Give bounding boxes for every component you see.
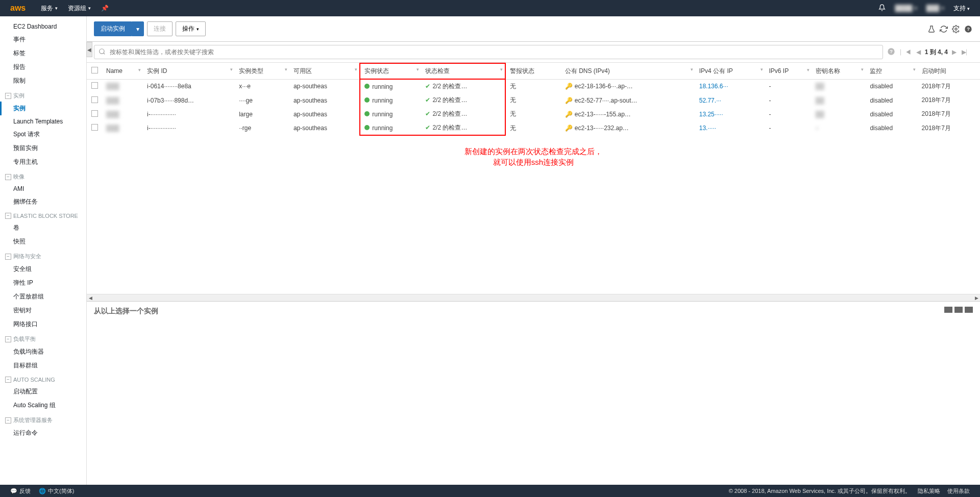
sidebar-item[interactable]: 报告 [0, 60, 86, 74]
sidebar-collapse-handle[interactable]: ◀ [86, 42, 92, 57]
sidebar-item[interactable]: 专用主机 [0, 155, 86, 169]
sidebar-item[interactable]: 网络接口 [0, 317, 86, 331]
horizontal-scrollbar[interactable]: ◀ ▶ [87, 294, 980, 301]
sidebar-group-header[interactable]: − 负载平衡 [0, 331, 86, 345]
cell-public-ip[interactable]: 52.77.··· [695, 93, 765, 107]
sidebar-item[interactable]: 事件 [0, 33, 86, 46]
table-row[interactable]: ███ i-··············· ··rge ap-southeas … [87, 121, 980, 135]
table-row[interactable]: ███ i-··············· large ap-southeas … [87, 107, 980, 121]
page-next-icon[interactable]: ▶ [951, 47, 958, 57]
collapse-icon[interactable]: − [5, 254, 11, 260]
sidebar-group-header[interactable]: − AUTO SCALING [0, 372, 86, 385]
sidebar-item[interactable]: 安全组 [0, 262, 86, 276]
collapse-icon[interactable]: − [5, 213, 11, 219]
page-last-icon[interactable]: ▶⎸ [961, 47, 973, 57]
actions-button[interactable]: 操作 ▾ [176, 21, 206, 36]
col-public-dns[interactable]: 公有 DNS (IPv4)▾ [561, 63, 695, 79]
cell-public-ip[interactable]: 13.25····· [695, 107, 765, 121]
col-launch-time[interactable]: 启动时间 [918, 63, 980, 79]
search-input[interactable] [109, 47, 878, 57]
col-ipv6[interactable]: IPv6 IP▾ [765, 63, 812, 79]
sidebar-group-header[interactable]: − 实例 [0, 88, 86, 102]
sidebar-item[interactable]: 标签 [0, 46, 86, 60]
col-monitoring[interactable]: 监控▾ [866, 63, 917, 79]
account-menu[interactable]: ████ ▾ [895, 5, 917, 12]
sidebar-item[interactable]: 限制 [0, 74, 86, 88]
collapse-icon[interactable]: − [5, 93, 11, 99]
language-button[interactable]: 🌐 中文(简体) [39, 487, 74, 495]
layout-icon-2[interactable] [954, 307, 963, 313]
col-name[interactable]: Name▾ [102, 63, 143, 79]
support-menu[interactable]: 支持 ▾ [953, 4, 970, 13]
sidebar-item[interactable]: Auto Scaling 组 [0, 399, 86, 412]
sidebar-item[interactable]: Launch Templates [0, 115, 86, 128]
sidebar-group-header[interactable]: − 网络与安全 [0, 248, 86, 262]
page-first-icon[interactable]: ⎸◀ [899, 47, 912, 57]
select-all-checkbox[interactable] [91, 67, 98, 73]
sidebar-item[interactable]: EC2 Dashboard [0, 20, 86, 33]
sidebar-item[interactable]: 负载均衡器 [0, 345, 86, 359]
gear-icon[interactable] [951, 24, 961, 34]
feedback-button[interactable]: 💬 反馈 [10, 487, 31, 495]
region-menu[interactable]: ███ ▾ [926, 5, 944, 12]
sidebar-item[interactable]: 目标群组 [0, 359, 86, 372]
col-zone[interactable]: 可用区▾ [289, 63, 360, 79]
sidebar-group-header[interactable]: − 映像 [0, 169, 86, 183]
flask-icon[interactable] [927, 24, 936, 34]
layout-icon-1[interactable] [944, 307, 952, 313]
aws-logo[interactable]: aws [10, 4, 26, 13]
col-public-ip[interactable]: IPv4 公有 IP▾ [695, 63, 765, 79]
table-row[interactable]: ███ i-07b3······898d… ····ge ap-southeas… [87, 93, 980, 107]
connect-button[interactable]: 连接 [147, 21, 173, 36]
collapse-icon[interactable]: − [5, 377, 11, 383]
sidebar-item[interactable]: 卷 [0, 221, 86, 235]
cell-alarm: 无 [505, 121, 560, 135]
scroll-left-icon[interactable]: ◀ [87, 294, 94, 302]
sidebar-item[interactable]: 快照 [0, 235, 86, 248]
sidebar-item[interactable]: 预留实例 [0, 141, 86, 155]
sidebar-item[interactable]: 实例 [0, 102, 86, 115]
cell-public-ip[interactable]: 18.136.6··· [695, 79, 765, 93]
col-status-check[interactable]: 状态检查▾ [421, 63, 505, 79]
terms-link[interactable]: 使用条款 [947, 487, 970, 495]
row-checkbox[interactable] [91, 124, 98, 131]
sidebar-item[interactable]: 启动配置 [0, 385, 86, 399]
sidebar-item[interactable]: 个置放群组 [0, 290, 86, 304]
collapse-icon[interactable]: − [5, 417, 11, 424]
resource-groups-menu[interactable]: 资源组 ▾ [68, 4, 91, 13]
cell-public-ip[interactable]: 13.····· [695, 121, 765, 135]
layout-icon-3[interactable] [965, 307, 973, 313]
sidebar-item[interactable]: AMI [0, 183, 86, 195]
row-checkbox[interactable] [91, 82, 98, 89]
privacy-link[interactable]: 隐私策略 [918, 487, 940, 495]
col-key-name[interactable]: 密钥名称▾ [812, 63, 866, 79]
row-checkbox[interactable] [91, 110, 98, 117]
col-state[interactable]: 实例状态▾ [360, 63, 421, 79]
help-icon[interactable]: ? [964, 24, 973, 34]
collapse-icon[interactable]: − [5, 174, 11, 180]
search-help-icon[interactable]: ? [887, 47, 895, 57]
sidebar-item[interactable]: 捆绑任务 [0, 195, 86, 209]
scroll-right-icon[interactable]: ▶ [973, 294, 980, 302]
sidebar-item[interactable]: Spot 请求 [0, 128, 86, 141]
table-row[interactable]: ███ i-0614········8e8a x···e ap-southeas… [87, 79, 980, 93]
services-menu[interactable]: 服务 ▾ [41, 4, 58, 13]
row-checkbox[interactable] [91, 96, 98, 103]
pin-icon[interactable]: 📌 [101, 4, 109, 13]
sidebar-item[interactable]: 密钥对 [0, 304, 86, 317]
sidebar-group-header[interactable]: − 系统管理器服务 [0, 412, 86, 426]
search-box[interactable] [94, 45, 883, 59]
sidebar-group-header[interactable]: − ELASTIC BLOCK STORE [0, 209, 86, 221]
col-instance-id[interactable]: 实例 ID▾ [143, 63, 235, 79]
sidebar-item[interactable]: 运行命令 [0, 426, 86, 440]
toolbar: 启动实例 ▾ 连接 操作 ▾ ? [87, 16, 980, 42]
col-alarm[interactable]: 警报状态 [505, 63, 560, 79]
bell-icon[interactable] [878, 4, 886, 13]
col-instance-type[interactable]: 实例类型▾ [235, 63, 289, 79]
launch-instance-dropdown[interactable]: ▾ [132, 21, 144, 36]
page-prev-icon[interactable]: ◀ [915, 47, 922, 57]
sidebar-item[interactable]: 弹性 IP [0, 276, 86, 290]
collapse-icon[interactable]: − [5, 336, 11, 342]
launch-instance-button[interactable]: 启动实例 [94, 21, 132, 36]
refresh-icon[interactable] [939, 24, 948, 34]
